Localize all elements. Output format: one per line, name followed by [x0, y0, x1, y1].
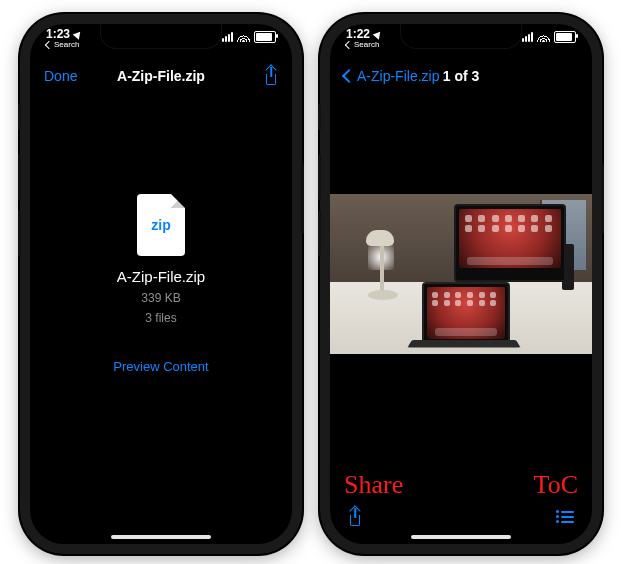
- side-button: [601, 164, 604, 234]
- file-info-panel: zip A-Zip-File.zip 339 KB 3 files Previe…: [30, 24, 292, 544]
- two-phone-mockup: 1:23 Search Done A-Zip-File.zip: [0, 0, 621, 564]
- volume-up: [318, 154, 321, 200]
- bottom-toolbar: [330, 504, 592, 534]
- share-icon: [348, 508, 362, 526]
- phone-frame-left: 1:23 Search Done A-Zip-File.zip: [20, 14, 302, 554]
- cell-signal-icon: [522, 32, 533, 42]
- status-time: 1:23: [46, 28, 82, 40]
- battery-icon: [554, 31, 576, 43]
- nav-bar: A-Zip-File.zip 1 of 3: [330, 58, 592, 94]
- status-time: 1:22: [346, 28, 382, 40]
- file-name-label: A-Zip-File.zip: [117, 268, 205, 285]
- home-indicator[interactable]: [111, 535, 211, 539]
- chevron-left-icon: [342, 69, 356, 83]
- wifi-icon: [537, 32, 550, 42]
- side-button: [301, 164, 304, 234]
- monitor-in-photo: [454, 204, 566, 282]
- lamp-in-photo: [366, 230, 394, 246]
- annotation-toc-label: ToC: [534, 470, 578, 500]
- home-indicator[interactable]: [411, 535, 511, 539]
- preview-image[interactable]: [330, 194, 592, 354]
- screen-left: 1:23 Search Done A-Zip-File.zip: [30, 24, 292, 544]
- breadcrumb-label: Search: [354, 41, 379, 49]
- done-button[interactable]: Done: [44, 68, 77, 84]
- chevron-left-icon: [345, 41, 353, 49]
- status-right: [522, 28, 576, 43]
- mute-switch: [18, 104, 21, 130]
- chevron-left-icon: [45, 41, 53, 49]
- volume-down: [18, 210, 21, 256]
- phone-frame-right: 1:22 Search A-Zip-File.z: [320, 14, 602, 554]
- share-button[interactable]: [264, 67, 278, 85]
- zip-file-icon: zip: [137, 194, 185, 256]
- status-right: [222, 28, 276, 43]
- share-button[interactable]: [348, 508, 362, 530]
- breadcrumb-label: Search: [54, 41, 79, 49]
- ipad-in-photo: [422, 282, 510, 344]
- volume-down: [318, 210, 321, 256]
- keyboard-in-photo: [407, 340, 520, 347]
- location-icon: [73, 29, 84, 40]
- clock-label: 1:22: [346, 28, 370, 40]
- location-icon: [373, 29, 384, 40]
- notch: [100, 24, 222, 49]
- nav-bar: Done A-Zip-File.zip: [30, 58, 292, 94]
- volume-up: [18, 154, 21, 200]
- notch: [400, 24, 522, 49]
- cell-signal-icon: [222, 32, 233, 42]
- annotation-share-label: Share: [344, 470, 403, 500]
- zip-badge-label: zip: [151, 217, 170, 233]
- back-button[interactable]: A-Zip-File.zip: [344, 68, 439, 84]
- share-icon: [264, 67, 278, 85]
- table-of-contents-button[interactable]: [556, 510, 574, 528]
- annotation-overlay: Share ToC: [330, 470, 592, 500]
- clock-label: 1:23: [46, 28, 70, 40]
- screen-right: 1:22 Search A-Zip-File.z: [330, 24, 592, 544]
- breadcrumb-back[interactable]: Search: [346, 41, 382, 49]
- file-size-label: 339 KB: [141, 291, 180, 305]
- mute-switch: [318, 104, 321, 130]
- preview-content-button[interactable]: Preview Content: [113, 359, 208, 374]
- wifi-icon: [237, 32, 250, 42]
- list-icon: [556, 510, 574, 524]
- battery-icon: [254, 31, 276, 43]
- back-title-label: A-Zip-File.zip: [357, 68, 439, 84]
- breadcrumb-back[interactable]: Search: [46, 41, 82, 49]
- file-count-label: 3 files: [145, 311, 176, 325]
